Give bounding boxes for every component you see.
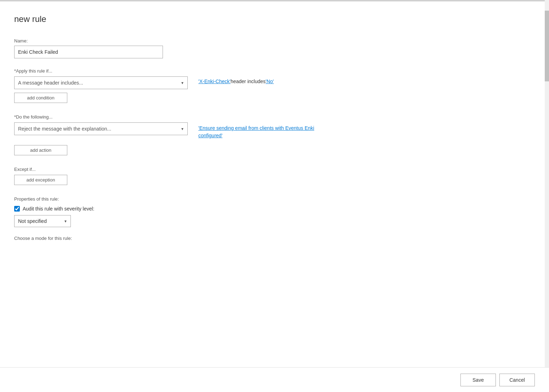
condition-description: 'X-Enki-Check' header includes 'No' [198, 76, 274, 86]
action-desc-text[interactable]: 'Ensure sending email from clients with … [198, 125, 326, 139]
scrollbar[interactable] [545, 0, 549, 392]
except-section-label: Except if... [14, 167, 439, 172]
audit-checkbox-row: Audit this rule with severity level: [14, 206, 439, 212]
condition-select-wrapper: A message header includes... ▼ [14, 76, 188, 89]
except-section: Except if... add exception [14, 167, 439, 185]
action-select-wrapper: Reject the message with the explanation.… [14, 122, 188, 135]
severity-dropdown[interactable]: Not specified Low Medium High [14, 215, 71, 227]
condition-desc-part1[interactable]: 'X-Enki-Check' [198, 79, 231, 84]
cancel-button[interactable]: Cancel [499, 374, 535, 386]
action-dropdown[interactable]: Reject the message with the explanation.… [14, 122, 188, 135]
form-section: Name: *Apply this rule if... A message h… [14, 38, 439, 276]
scrollbar-thumb[interactable] [545, 11, 549, 81]
name-input[interactable] [14, 46, 163, 58]
condition-desc-middle: header includes [231, 79, 266, 84]
add-action-button[interactable]: add action [14, 145, 67, 155]
add-exception-button[interactable]: add exception [14, 175, 67, 185]
page-title: new rule [14, 14, 528, 24]
bottom-bar: Save Cancel [0, 367, 549, 392]
choose-mode-label: Choose a mode for this rule: [14, 236, 439, 241]
name-label: Name: [14, 38, 439, 44]
condition-section-label: *Apply this rule if... [14, 68, 439, 74]
condition-row: A message header includes... ▼ 'X-Enki-C… [14, 76, 439, 89]
action-section: *Do the following... Reject the message … [14, 114, 439, 155]
properties-section: Properties of this rule: Audit this rule… [14, 196, 439, 227]
main-container: new rule Name: *Apply this rule if... A … [0, 0, 549, 392]
condition-desc-part2[interactable]: 'No' [266, 79, 274, 84]
action-row: Reject the message with the explanation.… [14, 122, 439, 142]
add-condition-button[interactable]: add condition [14, 93, 67, 103]
name-field-group: Name: [14, 38, 439, 58]
audit-checkbox[interactable] [14, 206, 20, 212]
severity-select-wrapper: Not specified Low Medium High ▼ [14, 215, 71, 227]
action-description: 'Ensure sending email from clients with … [198, 122, 326, 142]
action-section-label: *Do the following... [14, 114, 439, 120]
condition-section: *Apply this rule if... A message header … [14, 68, 439, 103]
properties-label: Properties of this rule: [14, 196, 439, 202]
save-button[interactable]: Save [460, 374, 496, 386]
audit-checkbox-label: Audit this rule with severity level: [23, 206, 94, 212]
condition-dropdown[interactable]: A message header includes... [14, 76, 188, 89]
